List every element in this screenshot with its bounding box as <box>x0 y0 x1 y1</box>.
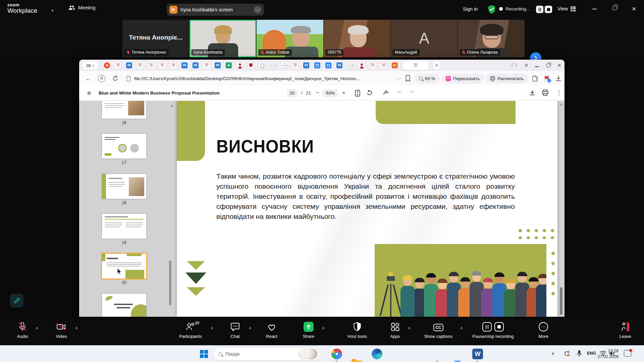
sidebar-scroll-up-icon[interactable]: ∧ <box>170 104 173 108</box>
doc-favicon[interactable] <box>159 62 165 68</box>
file-explorer-icon[interactable] <box>352 360 362 362</box>
word-favicon[interactable] <box>126 62 132 68</box>
chrome-icon[interactable] <box>331 349 342 359</box>
thumbnail-item[interactable]: 21 <box>102 294 146 317</box>
thumbnail-item[interactable]: 17 <box>102 134 146 165</box>
globe-favicon[interactable] <box>347 62 354 68</box>
doc-favicon[interactable] <box>381 62 387 68</box>
chat-options-chevron[interactable]: ∧ <box>249 326 252 330</box>
pause-stop-recording-button[interactable]: Pause/stop recording <box>466 321 520 339</box>
downloads-icon[interactable] <box>555 75 561 81</box>
zoom-in-button[interactable]: + <box>342 89 345 96</box>
thumbnail-item[interactable]: 20 <box>102 254 146 285</box>
update-sync-icon[interactable] <box>564 350 570 357</box>
start-button[interactable] <box>199 349 209 359</box>
word-icon[interactable]: W <box>472 349 483 359</box>
word-favicon[interactable] <box>303 62 309 68</box>
word-favicon[interactable] <box>181 62 187 68</box>
browser-menu-icon[interactable]: ≡ <box>525 62 528 68</box>
back-button[interactable]: ← <box>85 75 91 82</box>
doc-favicon[interactable] <box>370 62 376 68</box>
pdf-scrollbar-thumb[interactable] <box>560 287 562 315</box>
edge-icon[interactable] <box>372 349 382 359</box>
pdf-zoom-value[interactable]: 63% <box>323 89 338 97</box>
address-field[interactable]: file:///C:/Users/Iryna%20Koshkalda/Deskt… <box>126 73 392 83</box>
url-more-icon[interactable]: ⋯ <box>396 76 401 82</box>
chevron-down-icon[interactable]: ∨ <box>51 8 54 13</box>
sc-favicon[interactable] <box>392 62 398 68</box>
word-favicon[interactable] <box>193 62 199 68</box>
participants-options-chevron[interactable]: ∧ <box>211 326 213 330</box>
browser-close-button[interactable]: × <box>557 62 561 69</box>
new-tab-button[interactable]: + <box>433 61 441 69</box>
active-tab[interactable] <box>402 61 429 70</box>
globe-favicon[interactable] <box>281 62 287 68</box>
more-options-icon[interactable]: ⋯ <box>254 6 261 13</box>
thumbnail-18[interactable] <box>102 174 146 199</box>
doc-favicon[interactable] <box>115 62 121 68</box>
pdf-download-icon[interactable] <box>529 90 535 96</box>
zoom-out-button[interactable]: − <box>316 89 319 96</box>
sidebar-scrollbar[interactable] <box>169 260 171 305</box>
person-favicon[interactable] <box>359 62 365 68</box>
excel-favicon[interactable] <box>226 62 232 68</box>
minimize-button[interactable] <box>592 9 597 9</box>
more-button[interactable]: ⋯ More <box>534 321 553 339</box>
participants-button[interactable]: 30 Participants <box>174 321 207 339</box>
thumbnail-17[interactable] <box>102 134 146 159</box>
annotate-button[interactable] <box>10 294 23 308</box>
browser-minimize-button[interactable] <box>535 66 539 67</box>
doc-favicon[interactable] <box>148 62 154 68</box>
tray-expand-chevron[interactable]: ∧ <box>551 351 554 356</box>
redo-icon[interactable]: ↷ <box>410 89 414 96</box>
tray-mic-icon[interactable] <box>576 350 582 357</box>
tab-meeting[interactable]: Meeting <box>68 5 96 11</box>
sign-in-button[interactable]: Sign in <box>463 6 478 12</box>
react-button[interactable]: React <box>261 321 282 339</box>
doc-favicon[interactable] <box>170 62 176 68</box>
undo-icon[interactable]: ↶ <box>397 89 401 96</box>
leave-button[interactable]: Leave <box>614 321 636 339</box>
word-favicon[interactable] <box>215 62 221 68</box>
tab-counter-button[interactable]: 28∨ <box>83 61 98 69</box>
restore-button[interactable] <box>612 6 616 10</box>
retell-button[interactable]: Пересказать <box>441 73 484 83</box>
audio-button[interactable]: Audio <box>11 321 34 339</box>
share-button[interactable]: Share <box>298 321 319 339</box>
doc-favicon[interactable] <box>204 62 210 68</box>
extensions-icon[interactable] <box>531 75 538 82</box>
thumbnail-item[interactable]: 16 <box>102 101 146 125</box>
view-button[interactable]: View <box>557 6 576 11</box>
thumbnail-19[interactable] <box>102 214 146 239</box>
page-favicon[interactable] <box>259 62 265 68</box>
close-button[interactable]: × <box>632 5 636 13</box>
bookmark-icon[interactable] <box>405 75 411 82</box>
share-options-chevron[interactable]: ∧ <box>322 326 325 330</box>
apps-button[interactable]: Apps <box>385 321 405 339</box>
thumbnail-item[interactable]: 18 <box>102 174 146 205</box>
apps-options-chevron[interactable]: ∧ <box>408 326 411 330</box>
thumbnail-item[interactable]: 19 <box>102 214 146 245</box>
browser-restore-button[interactable] <box>546 64 550 67</box>
audio-options-chevron[interactable]: ∧ <box>36 326 38 330</box>
shield-favicon[interactable] <box>248 62 254 68</box>
participant-tile[interactable]: 059775 <box>324 20 390 57</box>
reload-icon[interactable] <box>112 75 119 82</box>
thumbnail-16[interactable] <box>102 101 146 119</box>
sheets-favicon[interactable] <box>314 62 320 68</box>
video-options-chevron[interactable]: ∧ <box>75 326 78 330</box>
pdf-page-input[interactable]: 20 <box>287 89 297 97</box>
pause-recording-button[interactable] <box>536 6 543 13</box>
captions-button[interactable]: CC Show captions <box>420 321 457 339</box>
stop-recording-button[interactable] <box>545 6 552 13</box>
shared-screen-pill[interactable]: IK Iryna Koshkalda's screen ⋯ <box>167 4 264 16</box>
participant-tile[interactable]: Iryna Koshkalda <box>190 20 256 57</box>
participant-tile[interactable]: А МасьАндрій <box>391 20 458 57</box>
person-favicon[interactable] <box>237 62 243 68</box>
draw-pen-icon[interactable] <box>383 90 390 96</box>
participant-tile[interactable]: Олена Лазарєва <box>458 20 525 57</box>
participant-tile[interactable]: Тетяна Анопріє... Тетяна Анопрієнко <box>122 20 189 57</box>
print-page-button[interactable]: Распечатать <box>486 73 528 83</box>
language-indicator[interactable]: ENG <box>587 351 596 356</box>
encryption-shield-icon[interactable] <box>487 4 496 14</box>
